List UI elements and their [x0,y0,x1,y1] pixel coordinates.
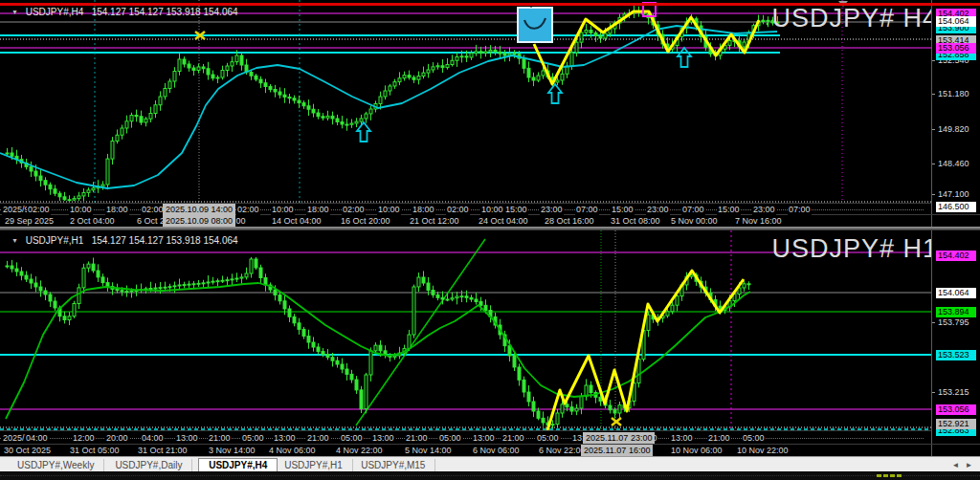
separator-dot [767,23,769,26]
price-scale-label: 153.894 [936,307,976,317]
tab-scroll-left-button[interactable]: ◄ [950,460,961,470]
time-axis-label: 05:00 [340,432,364,444]
time-axis-label: 10:00 [377,204,401,215]
time-axis-label: 5 Nov 00:00 [670,215,719,227]
price-scale-label: 154.402 [936,251,976,261]
time-axis-label: 05:00 [536,432,560,444]
time-axis-label: 21:00 [405,432,429,444]
tab-usdjpy-weekly[interactable]: USDJPY#,Weekly [8,459,104,472]
separator-dot [762,20,765,23]
time-axis-label: 13:00 [670,432,694,444]
mt4-terminal: ▼ USDJPY#,H4 154.127 154.127 153.918 154… [0,0,980,480]
price-scale-label: 146.500 [936,202,976,212]
chart-title-h1: ▼ USDJPY#,H1 154.127 154.127 153.918 154… [11,235,238,246]
price-scale-h4[interactable]: 154.402153.900154.064153.414152.858153.0… [931,0,980,227]
price-scale-label: 153.056 [936,43,976,54]
chart-title-h4: ▼ USDJPY#,H4 154.127 154.127 153.918 154… [11,7,238,17]
time-axis-label: 18:00 [105,204,129,215]
crosshair-date-box: 2025.10.09 08:00 [163,215,235,227]
time-axis-row2-h4[interactable]: 29 Sep 20252 Oct 04:006 Oct 20::0014 Oct… [0,215,931,227]
time-axis-label: 10:00 [271,204,295,215]
price-scale-label: 153.795 [936,317,976,328]
price-scale-label: 148.460 [936,159,976,169]
time-axis-label: 02:00 [27,204,51,215]
candles-layer [6,257,750,428]
quick-trade-arrow-icon[interactable]: ▼ [11,237,18,244]
time-axis-label: 21:00 [306,432,330,444]
time-axis-label: 6 Nov 22:00 [538,445,587,456]
chart-watermark-h1: USDJPY# H1 [771,234,938,264]
time-axis-label: 12:00 [72,432,96,444]
time-axis-label: 15:00 [611,204,635,215]
time-axis-label: 20:00 [105,432,129,444]
time-axis-label: 14 Oct 04:00 [271,215,323,227]
time-axis-label: 4 Nov 06:00 [268,445,317,456]
time-axis-label: 31 Oct 05:00 [69,445,121,456]
price-scale-label: 153.215 [936,387,976,398]
time-axis-label: 28 Oct 16:00 [544,215,595,227]
time-axis-label: 07:00 [681,204,705,215]
time-axis-label: 5 Nov 14:00 [404,445,453,456]
crosshair-date-box: 2025.11.07 23:00 [583,432,655,444]
symbol-period-label: USDJPY#,H4 [26,7,84,17]
price-scale-label: 147.100 [936,189,976,200]
time-axis-label: 31 Oct 08:00 [610,215,661,227]
time-axis-label: 21 Oct 12:00 [409,215,460,227]
time-axis-label: 15:00 [717,204,741,215]
time-axis-label: 24 Oct 04:00 [478,215,529,227]
price-scale-label: 152.921 [936,419,976,429]
quick-trade-arrow-icon[interactable]: ▼ [11,9,18,15]
time-axis-label: 07:00 [788,204,812,215]
chart-window-h4[interactable]: ▼ USDJPY#,H4 154.127 154.127 153.918 154… [0,0,980,227]
up-arrow-icon [678,48,691,67]
time-axis-label: 4 Nov 22:00 [335,445,384,456]
time-axis-label: 21:00 [501,432,525,444]
time-axis-label: 21:00 [707,432,731,444]
time-axis-label: 10:00 [69,204,93,215]
time-axis-label: 23:00 [540,204,564,215]
time-axis-label: 2 Oct 04:00 [69,215,116,227]
time-axis-label: 10 Nov 06:00 [670,445,724,456]
crosshair-date-box: 2025.10.09 14:00 [163,204,235,215]
tab-usdjpy-m15[interactable]: USDJPY#,M15 [351,459,435,472]
time-axis-label: 10:00 [480,204,504,215]
trend-line [356,239,485,425]
time-axis-label: 18:00 [412,204,435,215]
time-axis-label: 13:00 [175,432,199,444]
ohlc-values: 154.127 154.127 153.918 154.064 [92,235,238,246]
time-axis-label: 31 Oct 21:00 [137,445,189,456]
tab-usdjpy-h1[interactable]: USDJPY#,H1 [275,459,353,472]
time-axis-label: 30 Oct 2025 [3,445,52,456]
x-marker-icon [612,418,621,425]
time-axis-label: 16 Oct 20:00 [340,215,391,227]
time-axis-label: 15:00 [504,204,528,215]
time-axis-row1-h1[interactable]: 2025/10/3004:0012:0020:0004:0013:0021:00… [0,432,931,444]
time-axis-row2-h1[interactable]: 30 Oct 202531 Oct 05:0031 Oct 21:003 Nov… [0,445,931,456]
symbol-period-label: USDJPY#,H1 [26,235,84,246]
time-axis-label: 05:00 [438,432,462,444]
time-axis-label: 13:00 [273,432,297,444]
tab-scroll-right-button[interactable]: ► [964,460,974,470]
chart-watermark-h4: USDJPY# H4 [771,4,938,33]
time-axis-label: 3 Nov 14:00 [208,445,256,456]
price-scale-label: 154.064 [936,16,976,27]
chart-window-h1[interactable]: ▼ USDJPY#,H1 154.127 154.127 153.918 154… [0,230,980,456]
time-axis-label: 02:00 [446,204,470,215]
chart-splitter[interactable] [0,227,980,230]
ohlc-values: 154.127 154.127 153.918 154.064 [92,7,238,17]
time-axis-label: 05:00 [742,432,766,444]
time-axis-label: 23:00 [646,204,670,215]
tab-usdjpy-daily[interactable]: USDJPY#,Daily [105,459,192,472]
price-scale-label: 153.056 [936,404,976,415]
time-axis-label: 23:00 [752,204,776,215]
time-axis-label: 07:00 [575,204,599,215]
time-axis-label: 18:00 [306,204,330,215]
price-scale-label: 153.523 [936,350,976,360]
time-axis-label: 13:00 [371,432,395,444]
time-axis-row1-h4[interactable]: 2025/9/2902:0010:0018:0002:0002:0010:001… [0,204,931,215]
price-scale-label: 151.180 [936,89,976,99]
price-scale-h1[interactable]: 154.402154.064153.894153.795153.523153.2… [931,230,980,456]
time-axis-label: 7 Nov 16:00 [734,215,783,227]
time-axis-label: 04:00 [141,432,165,444]
time-axis-label: 6 Nov 06:00 [472,445,521,456]
